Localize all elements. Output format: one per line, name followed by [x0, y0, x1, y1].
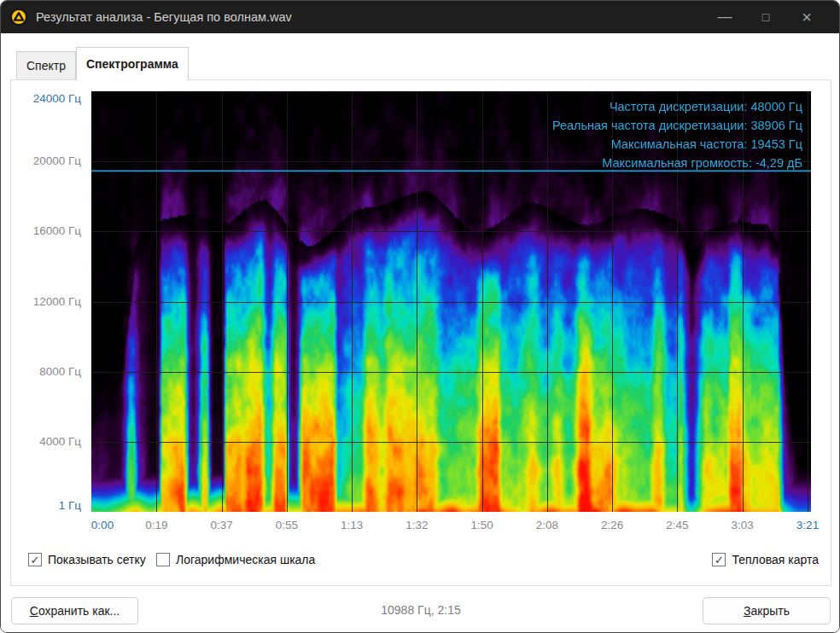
show-grid-label: Показывать сетку — [48, 553, 146, 566]
maximize-button-icon[interactable]: □ — [745, 1, 786, 33]
window-controls: — □ × — [704, 1, 827, 33]
y-tick-label: 8000 Гц — [11, 364, 86, 380]
x-tick-label: 2:26 — [601, 517, 623, 534]
window-title: Результат анализа - Бегущая по волнам.wa… — [36, 10, 292, 24]
x-tick-label: 2:45 — [666, 517, 688, 534]
x-tick-label: 1:13 — [341, 517, 363, 534]
close-button-icon[interactable]: × — [786, 1, 827, 33]
check-icon: ✓ — [715, 555, 724, 566]
heat-map-label: Тепловая карта — [732, 553, 819, 566]
x-tick-label: 3:21 — [796, 517, 819, 534]
x-tick-label: 0:00 — [91, 517, 114, 534]
spectrogram-plot[interactable]: Частота дискретизации: 48000 ГцРеальная … — [91, 91, 811, 512]
x-tick-label: 0:19 — [145, 517, 167, 534]
info-line: Реальная частота дискретизации: 38906 Гц — [552, 116, 802, 135]
y-tick-label: 4000 Гц — [11, 434, 86, 450]
heat-map-checkbox[interactable]: ✓ Тепловая карта — [712, 553, 819, 566]
x-tick-label: 2:08 — [536, 517, 558, 534]
info-line: Частота дискретизации: 48000 Гц — [552, 97, 802, 116]
time-axis: 0:000:190:370:551:131:321:502:082:262:45… — [91, 517, 811, 534]
show-grid-checkbox[interactable]: ✓ Показывать сетку — [28, 553, 146, 566]
info-line: Максимальная частота: 19453 Гц — [552, 135, 802, 154]
frequency-axis: 24000 Гц20000 Гц16000 Гц12000 Гц8000 Гц4… — [11, 80, 86, 587]
tab-spectrum[interactable]: Спектр — [16, 51, 76, 79]
dialog-footer: Сохранить как... 10988 Гц, 2:15 Закрыть — [1, 586, 840, 633]
app-logo-icon — [9, 8, 28, 26]
y-tick-label: 12000 Гц — [11, 294, 86, 310]
x-tick-label: 0:55 — [276, 517, 298, 534]
x-tick-label: 1:32 — [405, 517, 428, 534]
spectrogram-tab-page: 24000 Гц20000 Гц16000 Гц12000 Гц8000 Гц4… — [10, 79, 831, 586]
minimize-button-icon[interactable]: — — [704, 1, 745, 33]
tab-spectrogram[interactable]: Спектрограмма — [76, 47, 189, 80]
options-row: ✓ Показывать сетку ✓ Логарифмическая шка… — [19, 553, 825, 578]
x-tick-label: 0:37 — [210, 517, 232, 534]
check-icon: ✓ — [31, 555, 40, 566]
y-tick-label: 16000 Гц — [11, 224, 86, 239]
log-scale-checkbox[interactable]: ✓ Логарифмическая шкала — [156, 553, 315, 566]
analysis-result-window: Результат анализа - Бегущая по волнам.wa… — [0, 0, 840, 633]
x-tick-label: 3:03 — [732, 517, 754, 534]
log-scale-label: Логарифмическая шкала — [176, 553, 315, 566]
checkbox-box: ✓ — [712, 553, 726, 566]
tab-strip: Спектр Спектрограмма — [16, 47, 189, 80]
titlebar: Результат анализа - Бегущая по волнам.wa… — [1, 1, 839, 33]
analysis-info-overlay: Частота дискретизации: 48000 ГцРеальная … — [552, 97, 802, 172]
info-line: Максимальная громкость: -4,29 дБ — [552, 154, 802, 172]
checkbox-box: ✓ — [156, 553, 170, 566]
y-tick-label: 20000 Гц — [11, 154, 86, 169]
close-dialog-button[interactable]: Закрыть — [703, 597, 831, 624]
y-tick-label: 1 Гц — [11, 498, 86, 514]
checkbox-box: ✓ — [28, 553, 42, 566]
x-tick-label: 1:50 — [470, 517, 493, 534]
y-tick-label: 24000 Гц — [11, 91, 86, 107]
